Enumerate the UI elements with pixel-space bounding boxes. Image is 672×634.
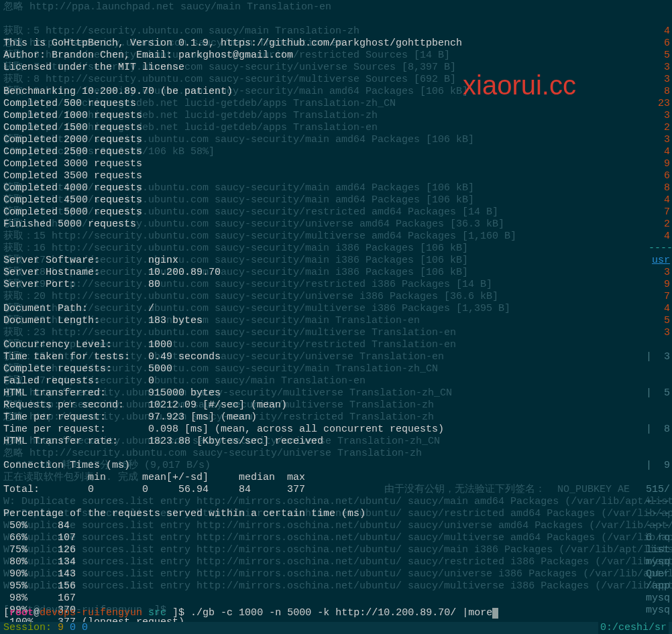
prompt-command: ./gb -c 1000 -n 5000 -k http://10.200.89… — [190, 607, 492, 619]
watermark-text: xiaorui.cc — [463, 79, 576, 91]
nopubkey-text: 由于没有公钥，无法验证下列签名： NO_PUBKEY AE — [372, 484, 630, 496]
prompt-user: root — [9, 607, 34, 619]
cursor — [492, 608, 498, 619]
prompt-cwd: src — [148, 607, 166, 619]
tmux-status-bar: Session: 9 0 0 0:/ceshi/sr — [0, 622, 672, 634]
shell-prompt[interactable]: [root@devops-ruifengyun src ]$ ./gb -c 1… — [3, 595, 498, 619]
session-label: Session: — [3, 622, 58, 633]
prompt-host: devops-ruifengyun — [40, 607, 148, 619]
status-path: 0:/ceshi/sr — [598, 622, 669, 634]
